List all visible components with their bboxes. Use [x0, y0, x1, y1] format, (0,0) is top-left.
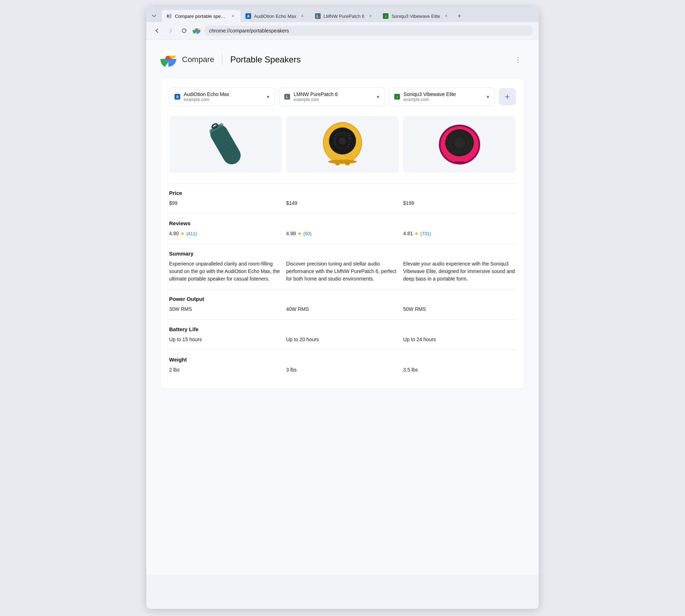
- svg-rect-2: [169, 14, 171, 18]
- product-1-info: AudiOtion Echo Max example.com: [184, 91, 263, 102]
- summary-1: Experience unparalleled clarity and room…: [169, 260, 282, 283]
- summary-label: Summary: [169, 251, 516, 257]
- rating-value-2: 4.98: [286, 230, 296, 237]
- page-content: Compare Portable Speakers ⋮ A AudiOtion …: [146, 40, 539, 575]
- power-1: 30W RMS: [169, 306, 282, 313]
- product-1-image: [169, 116, 282, 173]
- browser-window: Compare portable speaker × A AudiOtion E…: [146, 7, 539, 609]
- vibewave-tab-close[interactable]: ×: [443, 13, 450, 19]
- compare-row-battery: Battery Life Up to 15 hours Up to 20 hou…: [169, 319, 516, 350]
- compare-tab-close[interactable]: ×: [230, 13, 236, 19]
- compare-tab-favicon: [166, 13, 172, 19]
- chrome-logo-small: [193, 26, 201, 35]
- summary-3: Elevate your audio experience with the S…: [403, 260, 516, 283]
- product-selectors-row: A AudiOtion Echo Max example.com ▾ L LMN…: [169, 87, 516, 106]
- tab-bar: Compare portable speaker × A AudiOtion E…: [146, 7, 539, 22]
- speaker-3-svg: [436, 121, 483, 168]
- price-2: $149: [286, 200, 399, 207]
- vibewave-tab-title: Soniqu3 Vibewave Elite: [391, 14, 440, 19]
- battery-3: Up to 24 hours: [403, 336, 516, 343]
- product-selector-2[interactable]: L LMNW PurePatch 6 example.com ▾: [279, 87, 385, 106]
- add-product-button[interactable]: +: [499, 88, 516, 105]
- compare-row-price: Price $99 $149 $199: [169, 183, 516, 213]
- price-values: $99 $149 $199: [169, 200, 516, 207]
- review-count-2[interactable]: (50): [303, 230, 311, 237]
- page-header: Compare Portable Speakers ⋮: [161, 51, 524, 68]
- echo-tab-title: AudiOtion Echo Max: [254, 14, 296, 19]
- header-brand: Compare: [182, 55, 214, 64]
- svg-point-26: [344, 132, 346, 133]
- speaker-1-svg: [209, 118, 242, 171]
- product-2-name: LMNW PurePatch 6: [294, 91, 373, 97]
- review-count-3[interactable]: (731): [420, 230, 431, 237]
- tab-list-button[interactable]: [149, 11, 159, 21]
- price-1: $99: [169, 200, 282, 207]
- url-bar[interactable]: chrome://compare/portablespeakers: [204, 26, 533, 36]
- product-3-chevron-icon: ▾: [487, 94, 489, 100]
- new-tab-button[interactable]: +: [455, 11, 465, 21]
- forward-button[interactable]: [166, 26, 176, 36]
- page-menu-button[interactable]: ⋮: [512, 53, 524, 66]
- price-label: Price: [169, 190, 516, 196]
- product-2-domain: example.com: [294, 97, 373, 102]
- google-logo: [161, 51, 176, 68]
- svg-point-44: [454, 137, 465, 148]
- product-1-domain: example.com: [184, 97, 263, 102]
- rating-row-2: 4.98 ★ (50): [286, 230, 399, 237]
- star-icon-2: ★: [297, 230, 302, 237]
- reviews-3: 4.81 ★ (731): [403, 230, 516, 237]
- reviews-1: 4.80 ★ (411): [169, 230, 282, 237]
- svg-point-23: [336, 133, 338, 135]
- product-3-name: Soniqu3 Vibewave Elite: [404, 91, 483, 97]
- product-2-chevron-icon: ▾: [377, 94, 379, 100]
- battery-label: Battery Life: [169, 326, 516, 332]
- compare-row-weight: Weight 2 lbs 3 lbs 3.5 lbs: [169, 350, 516, 380]
- svg-rect-47: [454, 161, 465, 163]
- tab-vibewave[interactable]: ♪ Soniqu3 Vibewave Elite ×: [379, 10, 453, 22]
- product-selector-3[interactable]: ♪ Soniqu3 Vibewave Elite example.com ▾: [389, 87, 494, 106]
- product-2-image: [286, 116, 399, 173]
- product-3-image: [403, 116, 516, 173]
- compare-section: A AudiOtion Echo Max example.com ▾ L LMN…: [161, 79, 524, 389]
- summary-2: Discover precision tuning and stellar au…: [286, 260, 399, 283]
- tab-purepatch[interactable]: L LMNW PurePatch 6 ×: [311, 10, 378, 22]
- svg-point-31: [349, 143, 350, 145]
- reviews-label: Reviews: [169, 220, 516, 226]
- header-divider: [222, 54, 222, 65]
- star-icon-1: ★: [180, 230, 185, 237]
- battery-values: Up to 15 hours Up to 20 hours Up to 24 h…: [169, 336, 516, 343]
- weight-3: 3.5 lbs: [403, 366, 516, 374]
- speaker-2-svg: [319, 120, 366, 170]
- power-values: 30W RMS 40W RMS 50W RMS: [169, 306, 516, 313]
- reviews-values: 4.80 ★ (411) 4.98 ★ (50): [169, 230, 516, 237]
- product-selector-1[interactable]: A AudiOtion Echo Max example.com ▾: [169, 87, 275, 106]
- tab-echo[interactable]: A AudiOtion Echo Max ×: [241, 10, 310, 22]
- svg-point-34: [334, 141, 335, 142]
- review-count-1[interactable]: (411): [186, 230, 197, 237]
- reviews-2: 4.98 ★ (50): [286, 230, 399, 237]
- echo-tab-close[interactable]: ×: [299, 13, 306, 19]
- tab-compare[interactable]: Compare portable speaker ×: [162, 10, 240, 22]
- svg-rect-1: [167, 15, 169, 17]
- svg-point-27: [347, 133, 349, 135]
- svg-point-32: [347, 146, 349, 147]
- svg-point-35: [334, 138, 335, 139]
- compare-row-summary: Summary Experience unparalleled clarity …: [169, 244, 516, 289]
- compare-tab-title: Compare portable speaker: [175, 14, 227, 19]
- svg-point-29: [350, 138, 351, 139]
- power-3: 50W RMS: [403, 306, 516, 313]
- product-3-info: Soniqu3 Vibewave Elite example.com: [404, 91, 483, 102]
- back-button[interactable]: [152, 26, 162, 36]
- svg-point-24: [339, 132, 341, 133]
- url-text: chrome://compare/portablespeakers: [209, 28, 289, 34]
- svg-point-38: [328, 160, 357, 164]
- rating-row-1: 4.80 ★ (411): [169, 230, 282, 237]
- product-2-favicon: L: [284, 94, 290, 100]
- svg-point-22: [335, 135, 336, 136]
- summary-values: Experience unparalleled clarity and room…: [169, 260, 516, 283]
- purepatch-tab-close[interactable]: ×: [367, 13, 374, 19]
- product-1-favicon: A: [174, 94, 180, 100]
- reload-button[interactable]: [179, 26, 189, 36]
- svg-point-25: [342, 132, 343, 133]
- compare-row-reviews: Reviews 4.80 ★ (411) 4.98 ★ (50): [169, 213, 516, 244]
